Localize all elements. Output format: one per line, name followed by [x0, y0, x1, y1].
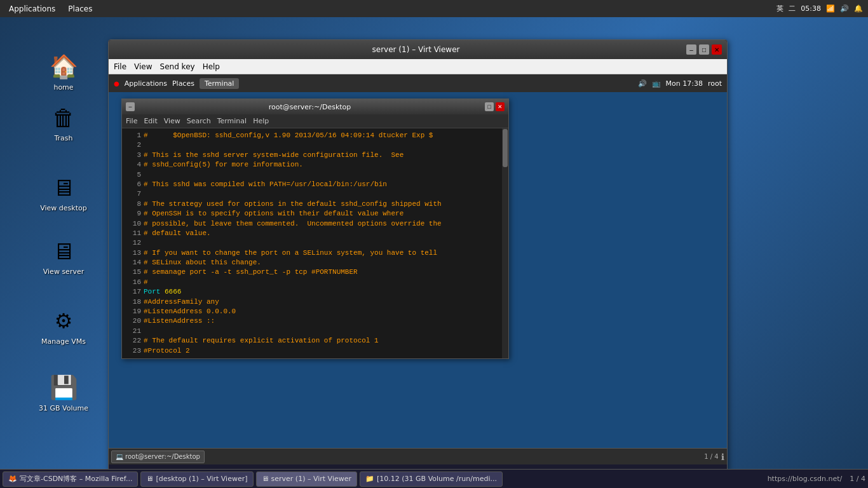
taskbar-url: https://blog.csdn.net/ — [768, 475, 848, 483]
minimize-button[interactable]: – — [686, 44, 696, 55]
inner-taskbar: ● Applications Places Terminal 🔊 📺 Mon 1… — [109, 74, 727, 92]
terminal-line: 12 — [126, 238, 505, 248]
terminal-line: 19#ListenAddress 0.0.0.0 — [126, 307, 505, 316]
manage-vms-label: Manage VMs — [41, 337, 86, 346]
desktop-icon-manage-vms[interactable]: ⚙ Manage VMs — [35, 303, 92, 348]
taskbar-item-volume[interactable]: 📁 [10.12 (31 GB Volume /run/medi... — [360, 471, 503, 487]
inner-terminal-taskbar-item[interactable]: 💻 root@server:~/Desktop — [111, 451, 205, 463]
server-viewer-label: server (1) – Virt Viewer — [271, 475, 351, 483]
view-server-icon: 🖥 — [48, 236, 79, 266]
terminal-line: 18#AddressFamily any — [126, 297, 505, 307]
home-label: home — [53, 83, 73, 92]
desktop-icon-home[interactable]: 🏠 home — [35, 49, 92, 94]
taskbar-item-firefox[interactable]: 🦊 写文章-CSDN博客 – Mozilla Firef... — [3, 471, 138, 487]
trash-label: Trash — [54, 134, 72, 142]
term-menu-help[interactable]: Help — [253, 117, 269, 125]
inner-taskbar-right: 🔊 📺 Mon 17:38 root — [638, 79, 722, 88]
manage-vms-icon: ⚙ — [48, 306, 79, 336]
terminal-line: 15# semanage port -a -t ssh_port_t -p tc… — [126, 268, 505, 277]
desktop: 🏠 home 🗑 Trash 🖥 View desktop 🖥 View ser… — [0, 17, 868, 488]
applications-menu[interactable]: Applications — [4, 3, 60, 15]
inner-page-info: 1 / 4 ℹ — [704, 452, 724, 462]
volume-label: 31 GB Volume — [39, 404, 88, 412]
inner-terminal-item-label: root@server:~/Desktop — [125, 453, 200, 460]
inner-info-icon: ℹ — [721, 452, 724, 462]
desktop-icon-trash[interactable]: 🗑 Trash — [35, 100, 92, 145]
virt-viewer-window: server (1) – Virt Viewer – □ ✕ File View… — [108, 39, 728, 484]
terminal-line: 8# The strategy used for options in the … — [126, 200, 505, 209]
inner-time: Mon 17:38 — [666, 79, 703, 88]
lang-indicator[interactable]: 英 — [776, 4, 783, 13]
inner-terminal-close-btns: □ ✕ — [485, 102, 505, 111]
desktop-icon-view-desktop[interactable]: 🖥 View desktop — [35, 170, 92, 215]
wifi-icon: 📶 — [826, 4, 835, 13]
terminal-line: 21 — [126, 327, 505, 336]
terminal-content[interactable]: 1# $OpenBSD: sshd_config,v 1.90 2013/05/… — [122, 128, 508, 358]
bottom-taskbar: 🦊 写文章-CSDN博客 – Mozilla Firef... 🖥 [deskt… — [0, 469, 868, 488]
menu-help[interactable]: Help — [203, 62, 220, 71]
inner-applications-menu[interactable]: Applications — [125, 79, 167, 88]
terminal-line: 1# $OpenBSD: sshd_config,v 1.90 2013/05/… — [126, 131, 505, 140]
volume-taskbar-label: [10.12 (31 GB Volume /run/medi... — [377, 475, 497, 483]
notification-icon[interactable]: 🔔 — [854, 4, 863, 13]
term-menu-view[interactable]: View — [164, 117, 180, 125]
places-menu[interactable]: Places — [63, 3, 97, 15]
term-menu-terminal[interactable]: Terminal — [217, 117, 247, 125]
desktop-icon-volume[interactable]: 💾 31 GB Volume — [35, 370, 92, 415]
desktop-viewer-icon: 🖥 — [146, 475, 153, 483]
inner-volume-icon: 🔊 — [638, 79, 647, 88]
taskbar-item-server-viewer[interactable]: 🖥 server (1) – Virt Viewer — [256, 471, 357, 487]
term-menu-edit[interactable]: Edit — [144, 117, 157, 125]
terminal-line: 9# OpenSSH is to specify options with th… — [126, 209, 505, 219]
menu-sendkey[interactable]: Send key — [160, 62, 195, 71]
terminal-line: 11# default value. — [126, 229, 505, 238]
taskbar-pages: 1 / 4 — [850, 475, 865, 483]
volume-icon[interactable]: 🔊 — [840, 4, 849, 13]
inner-places-menu[interactable]: Places — [172, 79, 194, 88]
menu-file[interactable]: File — [114, 62, 126, 71]
inner-terminal-window: – root@server:~/Desktop □ ✕ File Edit Vi… — [121, 98, 509, 359]
firefox-icon: 🦊 — [8, 475, 17, 483]
term-menu-file[interactable]: File — [126, 117, 137, 125]
virt-viewer-controls: – □ ✕ — [686, 44, 722, 55]
maximize-button[interactable]: □ — [699, 44, 709, 55]
volume-drive-icon: 💾 — [48, 372, 79, 403]
terminal-line: 10# possible, but leave them commented. … — [126, 219, 505, 229]
view-desktop-label: View desktop — [40, 204, 86, 212]
scrollbar-thumb — [503, 129, 508, 167]
home-icon: 🏠 — [48, 51, 79, 82]
day-indicator: 二 — [789, 4, 796, 13]
taskbar-item-desktop-viewer[interactable]: 🖥 [desktop (1) – Virt Viewer] — [140, 471, 253, 487]
view-desktop-icon: 🖥 — [48, 172, 79, 203]
terminal-line: 5 — [126, 170, 505, 180]
term-menu-search[interactable]: Search — [187, 117, 211, 125]
inner-restore-button[interactable]: □ — [485, 102, 494, 111]
menu-view[interactable]: View — [134, 62, 152, 71]
terminal-line: 17Port 6666 — [126, 287, 505, 297]
terminal-line: 13# If you want to change the port on a … — [126, 248, 505, 258]
inner-close-button[interactable]: ✕ — [496, 102, 505, 111]
inner-terminal-title: root@server:~/Desktop — [135, 103, 485, 111]
time-display: 05:38 — [801, 4, 821, 13]
inner-terminal-menu[interactable]: Terminal — [200, 78, 240, 89]
inner-page-num: 1 / 4 — [704, 453, 718, 460]
terminal-line: 23#Protocol 2 — [126, 346, 505, 356]
inner-bottom-bar: 💻 root@server:~/Desktop 1 / 4 ℹ — [109, 448, 727, 464]
inner-terminal-titlebar: – root@server:~/Desktop □ ✕ — [122, 99, 508, 114]
server-viewer-icon: 🖥 — [262, 475, 269, 483]
trash-icon: 🗑 — [48, 102, 79, 133]
inner-minimize-button[interactable]: – — [126, 102, 135, 111]
virt-viewer-titlebar: server (1) – Virt Viewer – □ ✕ — [109, 40, 727, 59]
inner-terminal-menubar: File Edit View Search Terminal Help — [122, 114, 508, 128]
close-button[interactable]: ✕ — [712, 44, 722, 55]
terminal-scrollbar[interactable] — [502, 128, 508, 358]
inner-vm-desktop: ● Applications Places Terminal 🔊 📺 Mon 1… — [109, 74, 727, 464]
inner-taskbar-left: ● Applications Places Terminal — [114, 78, 239, 89]
desktop-icon-view-server[interactable]: 🖥 View server — [35, 233, 92, 278]
view-server-label: View server — [43, 268, 84, 276]
terminal-line: 14# SELinux about this change. — [126, 258, 505, 268]
top-taskbar: Applications Places 英 二 05:38 📶 🔊 🔔 — [0, 0, 868, 17]
taskbar-right: 英 二 05:38 📶 🔊 🔔 — [776, 4, 868, 13]
terminal-line: 4# sshd_config(5) for more information. — [126, 160, 505, 170]
virt-viewer-title: server (1) – Virt Viewer — [146, 45, 686, 54]
